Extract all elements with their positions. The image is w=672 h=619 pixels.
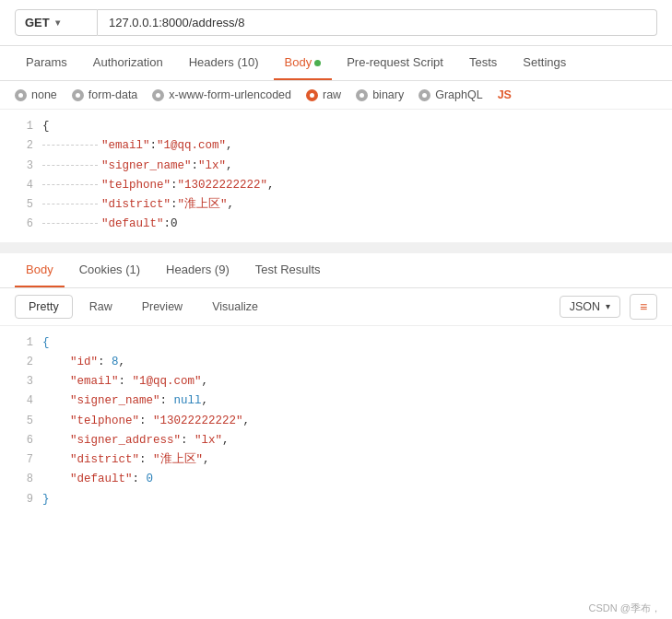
radio-none[interactable]: none <box>15 88 57 101</box>
request-body-panel: 1 { 2 "email":"1@qq.com", 3 "signer_name… <box>0 110 672 248</box>
resp-content-2: "id": 8, <box>42 353 665 372</box>
radio-urlencoded-circle <box>152 89 164 101</box>
method-chevron-icon: ▾ <box>55 18 60 28</box>
resp-linenum-5: 5 <box>7 412 33 430</box>
resp-linenum-3: 3 <box>7 372 33 391</box>
radio-form-data-label: form-data <box>88 88 138 101</box>
tab-headers[interactable]: Headers (10) <box>178 46 270 80</box>
json-chevron-icon: ▾ <box>606 301 610 311</box>
req-linenum-3: 3 <box>7 157 33 175</box>
req-content-3: "signer_name":"lx", <box>42 157 665 176</box>
wrap-icon: ≡ <box>640 299 647 314</box>
resp-tab-headers[interactable]: Headers (9) <box>155 253 241 287</box>
req-linenum-6: 6 <box>7 215 33 233</box>
response-tabs-row: Body Cookies (1) Headers (9) Test Result… <box>0 253 672 288</box>
view-pretty-button[interactable]: Pretty <box>15 295 73 319</box>
resp-content-3: "email": "1@qq.com", <box>42 372 665 391</box>
req-line-3: 3 "signer_name":"lx", <box>0 157 672 176</box>
radio-graphql-circle <box>419 89 430 101</box>
url-bar: GET ▾ <box>0 0 672 46</box>
wrap-toggle-button[interactable]: ≡ <box>630 294 657 320</box>
response-section: Body Cookies (1) Headers (9) Test Result… <box>0 253 672 517</box>
tab-tests[interactable]: Tests <box>458 46 508 80</box>
request-tabs-row: Params Authorization Headers (10) Body P… <box>0 46 672 81</box>
radio-js-label: JS <box>498 88 512 101</box>
radio-binary-circle <box>356 89 368 101</box>
resp-content-6: "signer_address": "lx", <box>42 431 665 450</box>
radio-form-data-circle <box>72 89 84 101</box>
resp-line-7: 7 "district": "淮上区", <box>0 450 672 470</box>
radio-raw-label: raw <box>323 88 341 101</box>
resp-content-8: "default": 0 <box>42 470 665 489</box>
req-line-4: 4 "telphone":"13022222222", <box>0 176 672 195</box>
resp-content-5: "telphone": "13022222222", <box>42 412 665 431</box>
view-visualize-button[interactable]: Visualize <box>199 296 271 318</box>
response-toolbar: Pretty Raw Preview Visualize JSON ▾ ≡ <box>0 288 672 326</box>
tab-body-label: Body <box>285 55 312 69</box>
resp-line-2: 2 "id": 8, <box>0 353 672 372</box>
req-line-5: 5 "district":"淮上区", <box>0 195 672 215</box>
response-body-panel: 1 { 2 "id": 8, 3 "email": "1@qq.com", 4 … <box>0 326 672 517</box>
view-raw-button[interactable]: Raw <box>77 296 125 318</box>
method-label: GET <box>25 16 50 29</box>
tab-pre-request-script[interactable]: Pre-request Script <box>336 46 454 80</box>
resp-content-9: } <box>42 490 665 509</box>
req-line-2: 2 "email":"1@qq.com", <box>0 136 672 156</box>
resp-linenum-8: 8 <box>7 470 33 488</box>
resp-line-5: 5 "telphone": "13022222222", <box>0 412 672 431</box>
radio-none-circle <box>15 89 27 101</box>
tab-settings[interactable]: Settings <box>512 46 577 80</box>
req-linenum-5: 5 <box>7 195 33 214</box>
radio-graphql-label: GraphQL <box>435 88 482 101</box>
resp-linenum-4: 4 <box>7 391 33 410</box>
resp-line-8: 8 "default": 0 <box>0 470 672 489</box>
radio-graphql[interactable]: GraphQL <box>419 88 482 101</box>
tab-body[interactable]: Body <box>274 46 333 80</box>
req-line-1: 1 { <box>0 117 672 136</box>
radio-binary-label: binary <box>372 88 404 101</box>
req-linenum-1: 1 <box>7 117 33 135</box>
resp-linenum-6: 6 <box>7 431 33 450</box>
resp-line-4: 4 "signer_name": null, <box>0 391 672 411</box>
resp-line-3: 3 "email": "1@qq.com", <box>0 372 672 391</box>
tab-params[interactable]: Params <box>15 46 78 80</box>
resp-linenum-7: 7 <box>7 450 33 469</box>
json-format-dropdown[interactable]: JSON ▾ <box>560 296 620 318</box>
req-content-2: "email":"1@qq.com", <box>42 136 665 156</box>
radio-urlencoded[interactable]: x-www-form-urlencoded <box>152 88 291 101</box>
req-content-6: "default":0 <box>42 215 665 234</box>
resp-tab-test-results[interactable]: Test Results <box>244 253 332 287</box>
radio-binary[interactable]: binary <box>356 88 404 101</box>
resp-linenum-9: 9 <box>7 490 33 508</box>
resp-line-9: 9 } <box>0 490 672 509</box>
req-linenum-2: 2 <box>7 136 33 155</box>
req-linenum-4: 4 <box>7 176 33 194</box>
method-dropdown[interactable]: GET ▾ <box>15 9 98 36</box>
resp-line-1: 1 { <box>0 333 672 353</box>
body-type-row: none form-data x-www-form-urlencoded raw… <box>0 81 672 110</box>
req-content-1: { <box>42 117 665 136</box>
resp-linenum-1: 1 <box>7 333 33 352</box>
resp-content-4: "signer_name": null, <box>42 391 665 411</box>
radio-raw[interactable]: raw <box>306 88 341 101</box>
url-input[interactable] <box>98 9 657 36</box>
body-active-dot <box>314 60 321 66</box>
tab-authorization[interactable]: Authorization <box>82 46 174 80</box>
resp-tab-cookies[interactable]: Cookies (1) <box>68 253 151 287</box>
resp-line-6: 6 "signer_address": "lx", <box>0 431 672 450</box>
req-content-4: "telphone":"13022222222", <box>42 176 665 195</box>
req-content-5: "district":"淮上区", <box>42 195 665 215</box>
radio-urlencoded-label: x-www-form-urlencoded <box>169 88 291 101</box>
view-preview-button[interactable]: Preview <box>129 296 195 318</box>
resp-tab-body[interactable]: Body <box>15 253 65 287</box>
resp-content-1: { <box>42 333 665 353</box>
radio-raw-circle <box>306 89 318 101</box>
resp-content-7: "district": "淮上区", <box>42 450 665 470</box>
req-line-6: 6 "default":0 <box>0 215 672 234</box>
json-format-label: JSON <box>570 300 600 313</box>
radio-form-data[interactable]: form-data <box>72 88 138 101</box>
radio-none-label: none <box>31 88 57 101</box>
radio-js[interactable]: JS <box>498 88 512 101</box>
resp-linenum-2: 2 <box>7 353 33 371</box>
